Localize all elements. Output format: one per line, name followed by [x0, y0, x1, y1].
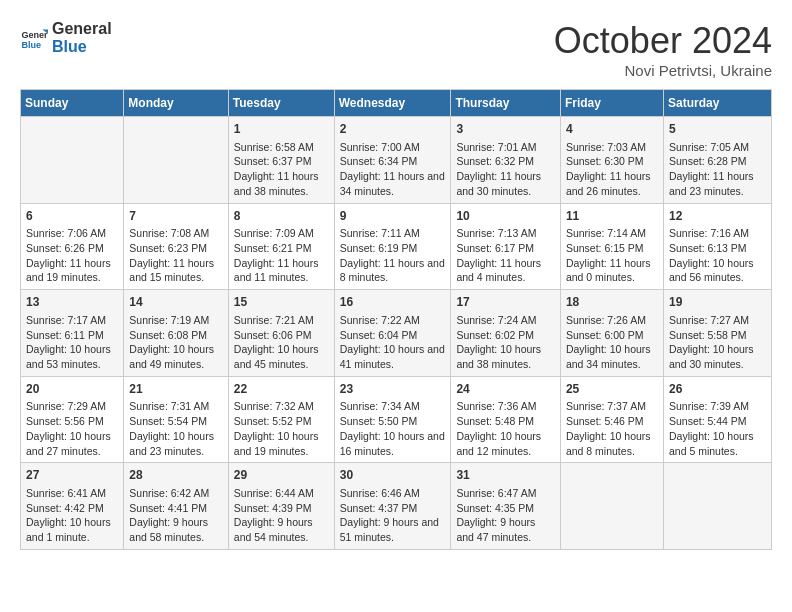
day-info: Sunrise: 7:32 AM Sunset: 5:52 PM Dayligh…: [234, 399, 329, 458]
location-subtitle: Novi Petrivtsi, Ukraine: [554, 62, 772, 79]
calendar-cell: 5Sunrise: 7:05 AM Sunset: 6:28 PM Daylig…: [663, 117, 771, 204]
calendar-week-row: 27Sunrise: 6:41 AM Sunset: 4:42 PM Dayli…: [21, 463, 772, 550]
calendar-cell: 18Sunrise: 7:26 AM Sunset: 6:00 PM Dayli…: [560, 290, 663, 377]
calendar-cell: 29Sunrise: 6:44 AM Sunset: 4:39 PM Dayli…: [228, 463, 334, 550]
calendar-cell: 6Sunrise: 7:06 AM Sunset: 6:26 PM Daylig…: [21, 203, 124, 290]
day-info: Sunrise: 7:19 AM Sunset: 6:08 PM Dayligh…: [129, 313, 222, 372]
day-number: 3: [456, 121, 555, 138]
month-year-title: October 2024: [554, 20, 772, 62]
day-number: 1: [234, 121, 329, 138]
calendar-week-row: 6Sunrise: 7:06 AM Sunset: 6:26 PM Daylig…: [21, 203, 772, 290]
day-info: Sunrise: 7:17 AM Sunset: 6:11 PM Dayligh…: [26, 313, 118, 372]
calendar-cell: [124, 117, 228, 204]
weekday-header-saturday: Saturday: [663, 90, 771, 117]
calendar-cell: 28Sunrise: 6:42 AM Sunset: 4:41 PM Dayli…: [124, 463, 228, 550]
day-number: 26: [669, 381, 766, 398]
day-info: Sunrise: 7:24 AM Sunset: 6:02 PM Dayligh…: [456, 313, 555, 372]
day-number: 18: [566, 294, 658, 311]
day-info: Sunrise: 6:42 AM Sunset: 4:41 PM Dayligh…: [129, 486, 222, 545]
day-number: 7: [129, 208, 222, 225]
calendar-cell: 17Sunrise: 7:24 AM Sunset: 6:02 PM Dayli…: [451, 290, 561, 377]
day-info: Sunrise: 7:37 AM Sunset: 5:46 PM Dayligh…: [566, 399, 658, 458]
day-number: 11: [566, 208, 658, 225]
calendar-cell: 10Sunrise: 7:13 AM Sunset: 6:17 PM Dayli…: [451, 203, 561, 290]
calendar-cell: 16Sunrise: 7:22 AM Sunset: 6:04 PM Dayli…: [334, 290, 451, 377]
day-number: 21: [129, 381, 222, 398]
weekday-header-thursday: Thursday: [451, 90, 561, 117]
weekday-header-tuesday: Tuesday: [228, 90, 334, 117]
calendar-cell: 13Sunrise: 7:17 AM Sunset: 6:11 PM Dayli…: [21, 290, 124, 377]
weekday-header-wednesday: Wednesday: [334, 90, 451, 117]
day-info: Sunrise: 7:22 AM Sunset: 6:04 PM Dayligh…: [340, 313, 446, 372]
calendar-cell: 21Sunrise: 7:31 AM Sunset: 5:54 PM Dayli…: [124, 376, 228, 463]
day-number: 2: [340, 121, 446, 138]
day-number: 27: [26, 467, 118, 484]
day-info: Sunrise: 7:27 AM Sunset: 5:58 PM Dayligh…: [669, 313, 766, 372]
day-number: 24: [456, 381, 555, 398]
day-number: 12: [669, 208, 766, 225]
logo: General Blue General Blue: [20, 20, 112, 55]
day-info: Sunrise: 7:21 AM Sunset: 6:06 PM Dayligh…: [234, 313, 329, 372]
calendar-cell: 3Sunrise: 7:01 AM Sunset: 6:32 PM Daylig…: [451, 117, 561, 204]
calendar-cell: [663, 463, 771, 550]
calendar-cell: 30Sunrise: 6:46 AM Sunset: 4:37 PM Dayli…: [334, 463, 451, 550]
calendar-cell: [21, 117, 124, 204]
calendar-cell: 8Sunrise: 7:09 AM Sunset: 6:21 PM Daylig…: [228, 203, 334, 290]
calendar-cell: 31Sunrise: 6:47 AM Sunset: 4:35 PM Dayli…: [451, 463, 561, 550]
day-info: Sunrise: 7:03 AM Sunset: 6:30 PM Dayligh…: [566, 140, 658, 199]
day-info: Sunrise: 7:11 AM Sunset: 6:19 PM Dayligh…: [340, 226, 446, 285]
day-number: 9: [340, 208, 446, 225]
day-info: Sunrise: 7:31 AM Sunset: 5:54 PM Dayligh…: [129, 399, 222, 458]
calendar-week-row: 20Sunrise: 7:29 AM Sunset: 5:56 PM Dayli…: [21, 376, 772, 463]
day-number: 4: [566, 121, 658, 138]
day-number: 6: [26, 208, 118, 225]
calendar-cell: 2Sunrise: 7:00 AM Sunset: 6:34 PM Daylig…: [334, 117, 451, 204]
day-info: Sunrise: 7:14 AM Sunset: 6:15 PM Dayligh…: [566, 226, 658, 285]
day-info: Sunrise: 7:09 AM Sunset: 6:21 PM Dayligh…: [234, 226, 329, 285]
svg-text:General: General: [21, 30, 48, 40]
calendar-cell: 20Sunrise: 7:29 AM Sunset: 5:56 PM Dayli…: [21, 376, 124, 463]
day-info: Sunrise: 6:58 AM Sunset: 6:37 PM Dayligh…: [234, 140, 329, 199]
calendar-cell: 24Sunrise: 7:36 AM Sunset: 5:48 PM Dayli…: [451, 376, 561, 463]
day-number: 14: [129, 294, 222, 311]
calendar-table: SundayMondayTuesdayWednesdayThursdayFrid…: [20, 89, 772, 550]
calendar-cell: 11Sunrise: 7:14 AM Sunset: 6:15 PM Dayli…: [560, 203, 663, 290]
day-info: Sunrise: 7:01 AM Sunset: 6:32 PM Dayligh…: [456, 140, 555, 199]
calendar-cell: 12Sunrise: 7:16 AM Sunset: 6:13 PM Dayli…: [663, 203, 771, 290]
weekday-header-row: SundayMondayTuesdayWednesdayThursdayFrid…: [21, 90, 772, 117]
day-number: 10: [456, 208, 555, 225]
day-number: 8: [234, 208, 329, 225]
weekday-header-sunday: Sunday: [21, 90, 124, 117]
day-number: 20: [26, 381, 118, 398]
day-info: Sunrise: 7:00 AM Sunset: 6:34 PM Dayligh…: [340, 140, 446, 199]
day-info: Sunrise: 7:34 AM Sunset: 5:50 PM Dayligh…: [340, 399, 446, 458]
calendar-week-row: 13Sunrise: 7:17 AM Sunset: 6:11 PM Dayli…: [21, 290, 772, 377]
svg-text:Blue: Blue: [21, 39, 41, 49]
calendar-cell: 14Sunrise: 7:19 AM Sunset: 6:08 PM Dayli…: [124, 290, 228, 377]
logo-icon: General Blue: [20, 24, 48, 52]
logo-text-blue: Blue: [52, 38, 87, 55]
calendar-cell: 19Sunrise: 7:27 AM Sunset: 5:58 PM Dayli…: [663, 290, 771, 377]
day-number: 5: [669, 121, 766, 138]
weekday-header-monday: Monday: [124, 90, 228, 117]
day-number: 16: [340, 294, 446, 311]
day-info: Sunrise: 7:05 AM Sunset: 6:28 PM Dayligh…: [669, 140, 766, 199]
day-number: 13: [26, 294, 118, 311]
day-info: Sunrise: 6:44 AM Sunset: 4:39 PM Dayligh…: [234, 486, 329, 545]
calendar-cell: 25Sunrise: 7:37 AM Sunset: 5:46 PM Dayli…: [560, 376, 663, 463]
day-number: 17: [456, 294, 555, 311]
logo-text-general: General: [52, 20, 112, 37]
day-info: Sunrise: 7:26 AM Sunset: 6:00 PM Dayligh…: [566, 313, 658, 372]
calendar-cell: 26Sunrise: 7:39 AM Sunset: 5:44 PM Dayli…: [663, 376, 771, 463]
calendar-cell: 15Sunrise: 7:21 AM Sunset: 6:06 PM Dayli…: [228, 290, 334, 377]
day-number: 30: [340, 467, 446, 484]
calendar-cell: [560, 463, 663, 550]
calendar-cell: 22Sunrise: 7:32 AM Sunset: 5:52 PM Dayli…: [228, 376, 334, 463]
calendar-week-row: 1Sunrise: 6:58 AM Sunset: 6:37 PM Daylig…: [21, 117, 772, 204]
title-block: October 2024 Novi Petrivtsi, Ukraine: [554, 20, 772, 79]
day-number: 31: [456, 467, 555, 484]
day-number: 22: [234, 381, 329, 398]
calendar-cell: 1Sunrise: 6:58 AM Sunset: 6:37 PM Daylig…: [228, 117, 334, 204]
weekday-header-friday: Friday: [560, 90, 663, 117]
day-info: Sunrise: 7:08 AM Sunset: 6:23 PM Dayligh…: [129, 226, 222, 285]
